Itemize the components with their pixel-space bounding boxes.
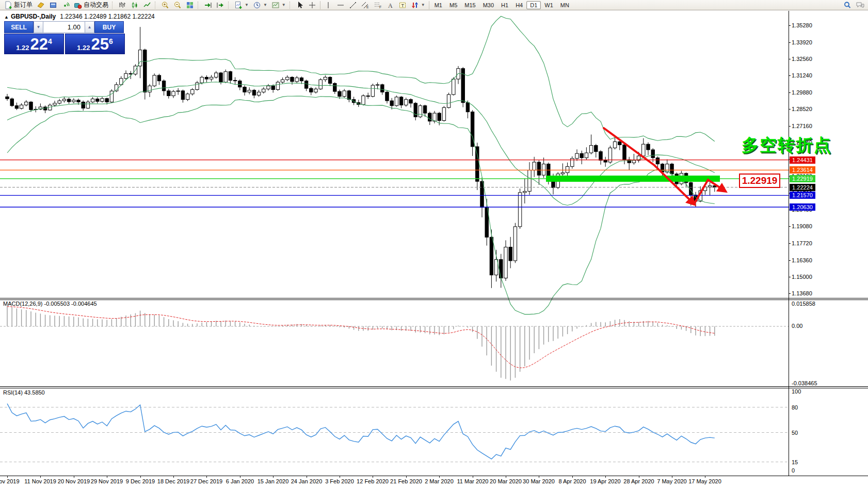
date-label: 17 May 2020: [688, 478, 721, 484]
volume-decrease-button[interactable]: ▼: [34, 21, 43, 33]
price-tick-label: 1.19080: [792, 223, 812, 229]
date-label: 11 Mar 2020: [457, 478, 489, 484]
date-label: 18 Dec 2019: [157, 478, 189, 484]
price-tick-label: 1.15000: [792, 274, 812, 280]
price-axis-tick: [789, 92, 791, 93]
candles-layer: [6, 27, 716, 288]
pane-separator[interactable]: [0, 386, 868, 387]
price-axis-tick: [789, 126, 791, 127]
date-label: 6 Jan 2020: [226, 478, 254, 484]
price-axis-tick: [789, 277, 791, 277]
price-axis-tick: [789, 75, 791, 76]
date-label: 27 Dec 2019: [190, 478, 222, 484]
support-price-label: 1.22919: [739, 174, 780, 188]
time-axis-tick: [307, 476, 307, 478]
rsi-axis-label: 0: [792, 467, 795, 474]
macd-signal-line: [7, 307, 715, 368]
pane-separator: [0, 300, 868, 300]
price-axis-tick: [789, 109, 791, 109]
price-axis-tick: [789, 42, 791, 43]
support-zone-bar[interactable]: [546, 176, 720, 182]
time-axis-tick: [605, 476, 606, 478]
one-click-toggle-icon[interactable]: ▲: [4, 14, 9, 20]
time-axis-tick: [173, 476, 174, 478]
time-axis-tick: [273, 476, 274, 478]
time-axis-tick: [206, 476, 207, 478]
buy-price-small: 1.22: [77, 44, 90, 52]
date-label: 20 Nov 2019: [58, 478, 90, 484]
chart-symbol-label: GBPUSD-,Daily: [11, 13, 56, 20]
time-axis-tick: [639, 476, 639, 478]
price-level-badge: 1.22919: [790, 175, 815, 182]
buy-price-big: 25: [91, 37, 109, 52]
buy-price-display[interactable]: 1.22256: [65, 34, 125, 54]
rsi-axis-label: 50: [792, 430, 798, 436]
one-click-trading-panel: SELL ▼ 1.00 ▲ BUY 1.22224 1.22256: [4, 21, 125, 54]
date-label: Nov 2019: [0, 478, 20, 484]
macd-axis-label: 0.015858: [792, 301, 815, 307]
sell-button[interactable]: SELL: [4, 21, 34, 33]
date-label: 2 Mar 2020: [425, 478, 454, 484]
sell-price-small: 1.22: [16, 44, 29, 52]
time-axis-tick: [439, 476, 440, 478]
time-axis-tick: [107, 476, 107, 478]
time-axis-tick: [705, 476, 705, 478]
pane-separator[interactable]: [0, 298, 868, 298]
date-label: 29 Nov 2019: [91, 478, 123, 484]
price-axis-tick: [789, 293, 791, 294]
mt4-window: 新订单 自动交易: [0, 0, 868, 488]
macd-name: MACD(12,26,9): [3, 301, 42, 307]
sell-price-sup: 4: [48, 37, 52, 45]
date-label: 19 Apr 2020: [590, 478, 620, 484]
price-tick-label: 1.32560: [792, 56, 812, 62]
date-label: 21 Feb 2020: [390, 478, 422, 484]
price-axis-tick: [789, 226, 791, 227]
time-axis-tick: [539, 476, 539, 478]
price-level-badge: 1.20630: [790, 203, 815, 211]
price-tick-label: 1.17720: [792, 240, 812, 246]
date-label: 9 Dec 2019: [126, 478, 155, 484]
date-label: 3 Feb 2020: [325, 478, 354, 484]
rsi-name: RSI(14): [3, 389, 23, 396]
date-label: 28 Apr 2020: [623, 478, 654, 484]
macd-axis-label: 0.00: [792, 323, 802, 329]
price-chart-canvas[interactable]: [0, 0, 868, 488]
time-axis-tick: [373, 476, 373, 478]
price-axis-tick: [789, 243, 791, 244]
date-label: 11 Nov 2019: [24, 478, 56, 484]
date-label: 24 Jan 2020: [291, 478, 323, 484]
volume-input[interactable]: 1.00: [43, 21, 85, 33]
date-label: 15 Jan 2020: [258, 478, 289, 484]
time-axis-tick: [240, 476, 240, 478]
macd-indicator-label: MACD(12,26,9) -0.005503 -0.004645: [3, 301, 97, 307]
time-axis-tick: [506, 476, 506, 478]
macd-axis-label: -0.038465: [792, 380, 817, 386]
rsi-axis-label: 80: [792, 404, 798, 411]
rsi-axis-label: 15: [792, 459, 798, 465]
date-label: 7 May 2020: [657, 478, 686, 484]
price-tick-label: 1.31240: [792, 72, 812, 78]
time-axis-tick: [473, 476, 473, 478]
price-axis-tick: [789, 59, 791, 59]
sell-price-big: 22: [30, 37, 48, 52]
bollinger-bands: [7, 17, 715, 314]
date-label: 8 Apr 2020: [558, 478, 586, 484]
macd-histogram: [7, 306, 715, 381]
macd-values: -0.005503 -0.004645: [44, 301, 97, 307]
time-axis-tick: [7, 476, 8, 478]
rsi-axis-label: 100: [792, 388, 801, 395]
current-price-badge: 1.22224: [790, 184, 815, 191]
price-tick-label: 1.28520: [792, 106, 812, 112]
volume-increase-button[interactable]: ▲: [85, 21, 94, 33]
time-axis-tick: [406, 476, 407, 478]
price-tick-label: 1.27160: [792, 123, 812, 129]
price-level-badge: 1.21570: [790, 192, 815, 199]
time-axis-tick: [74, 476, 74, 478]
time-axis-tick: [340, 476, 340, 478]
time-axis-tick: [672, 476, 672, 478]
sell-price-display[interactable]: 1.22224: [4, 34, 64, 54]
pivot-point-annotation: 多空转折点: [742, 134, 832, 157]
buy-button[interactable]: BUY: [94, 21, 124, 33]
price-level-badge: 1.24431: [790, 156, 815, 164]
trend-arrow[interactable]: [604, 128, 694, 204]
